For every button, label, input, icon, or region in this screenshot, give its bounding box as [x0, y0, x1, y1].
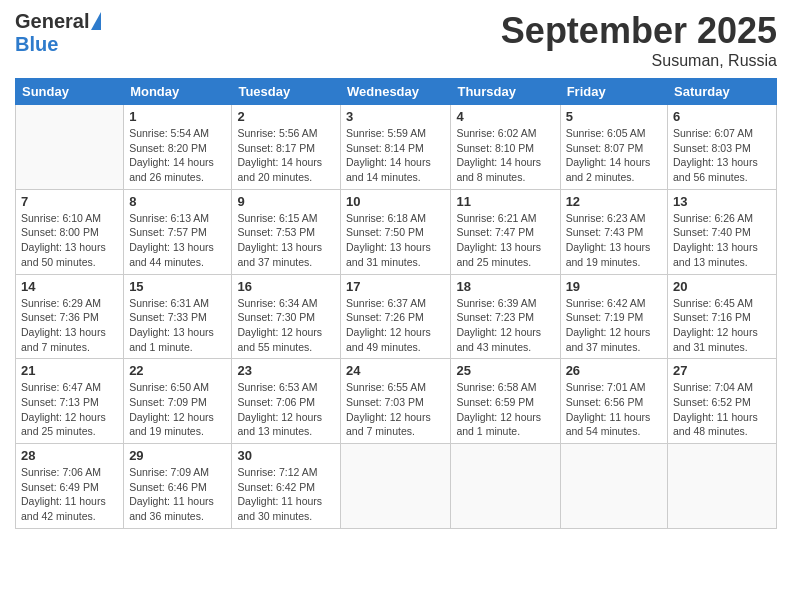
- day-info: Sunrise: 6:07 AMSunset: 8:03 PMDaylight:…: [673, 126, 771, 185]
- col-monday: Monday: [124, 79, 232, 105]
- day-info: Sunrise: 6:15 AMSunset: 7:53 PMDaylight:…: [237, 211, 335, 270]
- logo-blue-text: Blue: [15, 33, 58, 55]
- day-number: 10: [346, 194, 445, 209]
- day-info: Sunrise: 6:47 AMSunset: 7:13 PMDaylight:…: [21, 380, 118, 439]
- day-number: 12: [566, 194, 662, 209]
- logo-general-text: General: [15, 10, 89, 33]
- day-number: 21: [21, 363, 118, 378]
- table-row: 22Sunrise: 6:50 AMSunset: 7:09 PMDayligh…: [124, 359, 232, 444]
- col-friday: Friday: [560, 79, 667, 105]
- table-row: 19Sunrise: 6:42 AMSunset: 7:19 PMDayligh…: [560, 274, 667, 359]
- day-info: Sunrise: 7:01 AMSunset: 6:56 PMDaylight:…: [566, 380, 662, 439]
- day-info: Sunrise: 7:06 AMSunset: 6:49 PMDaylight:…: [21, 465, 118, 524]
- day-info: Sunrise: 6:58 AMSunset: 6:59 PMDaylight:…: [456, 380, 554, 439]
- table-row: 18Sunrise: 6:39 AMSunset: 7:23 PMDayligh…: [451, 274, 560, 359]
- col-saturday: Saturday: [668, 79, 777, 105]
- day-info: Sunrise: 6:53 AMSunset: 7:06 PMDaylight:…: [237, 380, 335, 439]
- day-number: 29: [129, 448, 226, 463]
- table-row: 25Sunrise: 6:58 AMSunset: 6:59 PMDayligh…: [451, 359, 560, 444]
- day-number: 28: [21, 448, 118, 463]
- day-info: Sunrise: 6:39 AMSunset: 7:23 PMDaylight:…: [456, 296, 554, 355]
- day-number: 11: [456, 194, 554, 209]
- day-info: Sunrise: 6:26 AMSunset: 7:40 PMDaylight:…: [673, 211, 771, 270]
- day-info: Sunrise: 6:42 AMSunset: 7:19 PMDaylight:…: [566, 296, 662, 355]
- table-row: 7Sunrise: 6:10 AMSunset: 8:00 PMDaylight…: [16, 189, 124, 274]
- day-number: 17: [346, 279, 445, 294]
- day-info: Sunrise: 7:09 AMSunset: 6:46 PMDaylight:…: [129, 465, 226, 524]
- table-row: 26Sunrise: 7:01 AMSunset: 6:56 PMDayligh…: [560, 359, 667, 444]
- table-row: 28Sunrise: 7:06 AMSunset: 6:49 PMDayligh…: [16, 444, 124, 529]
- table-row: 21Sunrise: 6:47 AMSunset: 7:13 PMDayligh…: [16, 359, 124, 444]
- day-info: Sunrise: 6:21 AMSunset: 7:47 PMDaylight:…: [456, 211, 554, 270]
- day-number: 14: [21, 279, 118, 294]
- table-row: 27Sunrise: 7:04 AMSunset: 6:52 PMDayligh…: [668, 359, 777, 444]
- day-number: 1: [129, 109, 226, 124]
- logo: General Blue: [15, 10, 101, 56]
- day-number: 24: [346, 363, 445, 378]
- day-info: Sunrise: 6:34 AMSunset: 7:30 PMDaylight:…: [237, 296, 335, 355]
- table-row: [341, 444, 451, 529]
- title-section: September 2025 Susuman, Russia: [501, 10, 777, 70]
- day-info: Sunrise: 7:04 AMSunset: 6:52 PMDaylight:…: [673, 380, 771, 439]
- day-info: Sunrise: 6:10 AMSunset: 8:00 PMDaylight:…: [21, 211, 118, 270]
- day-number: 18: [456, 279, 554, 294]
- day-number: 6: [673, 109, 771, 124]
- table-row: 14Sunrise: 6:29 AMSunset: 7:36 PMDayligh…: [16, 274, 124, 359]
- day-number: 22: [129, 363, 226, 378]
- logo-triangle-icon: [91, 12, 101, 30]
- day-number: 3: [346, 109, 445, 124]
- day-info: Sunrise: 6:05 AMSunset: 8:07 PMDaylight:…: [566, 126, 662, 185]
- col-wednesday: Wednesday: [341, 79, 451, 105]
- table-row: 9Sunrise: 6:15 AMSunset: 7:53 PMDaylight…: [232, 189, 341, 274]
- day-info: Sunrise: 5:59 AMSunset: 8:14 PMDaylight:…: [346, 126, 445, 185]
- day-info: Sunrise: 6:31 AMSunset: 7:33 PMDaylight:…: [129, 296, 226, 355]
- table-row: 10Sunrise: 6:18 AMSunset: 7:50 PMDayligh…: [341, 189, 451, 274]
- table-row: 23Sunrise: 6:53 AMSunset: 7:06 PMDayligh…: [232, 359, 341, 444]
- day-info: Sunrise: 5:54 AMSunset: 8:20 PMDaylight:…: [129, 126, 226, 185]
- day-number: 2: [237, 109, 335, 124]
- day-number: 16: [237, 279, 335, 294]
- day-number: 8: [129, 194, 226, 209]
- col-thursday: Thursday: [451, 79, 560, 105]
- calendar-header-row: Sunday Monday Tuesday Wednesday Thursday…: [16, 79, 777, 105]
- table-row: 1Sunrise: 5:54 AMSunset: 8:20 PMDaylight…: [124, 105, 232, 190]
- day-info: Sunrise: 6:45 AMSunset: 7:16 PMDaylight:…: [673, 296, 771, 355]
- day-info: Sunrise: 5:56 AMSunset: 8:17 PMDaylight:…: [237, 126, 335, 185]
- table-row: [16, 105, 124, 190]
- day-info: Sunrise: 6:02 AMSunset: 8:10 PMDaylight:…: [456, 126, 554, 185]
- day-info: Sunrise: 6:13 AMSunset: 7:57 PMDaylight:…: [129, 211, 226, 270]
- table-row: 13Sunrise: 6:26 AMSunset: 7:40 PMDayligh…: [668, 189, 777, 274]
- day-number: 27: [673, 363, 771, 378]
- day-info: Sunrise: 7:12 AMSunset: 6:42 PMDaylight:…: [237, 465, 335, 524]
- calendar-table: Sunday Monday Tuesday Wednesday Thursday…: [15, 78, 777, 529]
- table-row: 24Sunrise: 6:55 AMSunset: 7:03 PMDayligh…: [341, 359, 451, 444]
- table-row: 11Sunrise: 6:21 AMSunset: 7:47 PMDayligh…: [451, 189, 560, 274]
- table-row: [668, 444, 777, 529]
- day-number: 13: [673, 194, 771, 209]
- day-number: 23: [237, 363, 335, 378]
- table-row: 4Sunrise: 6:02 AMSunset: 8:10 PMDaylight…: [451, 105, 560, 190]
- day-number: 30: [237, 448, 335, 463]
- day-info: Sunrise: 6:23 AMSunset: 7:43 PMDaylight:…: [566, 211, 662, 270]
- day-number: 25: [456, 363, 554, 378]
- day-info: Sunrise: 6:50 AMSunset: 7:09 PMDaylight:…: [129, 380, 226, 439]
- day-info: Sunrise: 6:29 AMSunset: 7:36 PMDaylight:…: [21, 296, 118, 355]
- table-row: 20Sunrise: 6:45 AMSunset: 7:16 PMDayligh…: [668, 274, 777, 359]
- table-row: 3Sunrise: 5:59 AMSunset: 8:14 PMDaylight…: [341, 105, 451, 190]
- table-row: 5Sunrise: 6:05 AMSunset: 8:07 PMDaylight…: [560, 105, 667, 190]
- day-number: 7: [21, 194, 118, 209]
- day-info: Sunrise: 6:55 AMSunset: 7:03 PMDaylight:…: [346, 380, 445, 439]
- day-number: 4: [456, 109, 554, 124]
- table-row: 2Sunrise: 5:56 AMSunset: 8:17 PMDaylight…: [232, 105, 341, 190]
- table-row: 6Sunrise: 6:07 AMSunset: 8:03 PMDaylight…: [668, 105, 777, 190]
- table-row: 16Sunrise: 6:34 AMSunset: 7:30 PMDayligh…: [232, 274, 341, 359]
- location-subtitle: Susuman, Russia: [501, 52, 777, 70]
- day-number: 5: [566, 109, 662, 124]
- day-info: Sunrise: 6:18 AMSunset: 7:50 PMDaylight:…: [346, 211, 445, 270]
- col-sunday: Sunday: [16, 79, 124, 105]
- day-number: 19: [566, 279, 662, 294]
- table-row: 29Sunrise: 7:09 AMSunset: 6:46 PMDayligh…: [124, 444, 232, 529]
- month-title: September 2025: [501, 10, 777, 52]
- day-info: Sunrise: 6:37 AMSunset: 7:26 PMDaylight:…: [346, 296, 445, 355]
- table-row: 30Sunrise: 7:12 AMSunset: 6:42 PMDayligh…: [232, 444, 341, 529]
